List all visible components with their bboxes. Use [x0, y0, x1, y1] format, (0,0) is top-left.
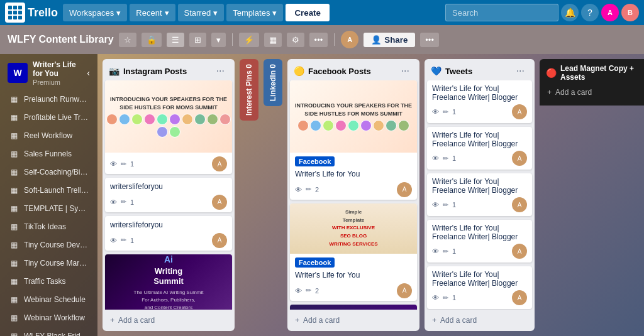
card-facebook-3[interactable]: Ai WritingSummit — [290, 305, 417, 310]
sidebar-item-tinycourse[interactable]: ▦ Tiny Course Development — [3, 236, 95, 254]
sidebar-item-profitable[interactable]: ▦ Profitable Live Training Tasks — [3, 109, 95, 126]
board-icon: ▦ — [9, 258, 19, 268]
card-meta: 👁 ✏ 1 A — [110, 156, 227, 171]
view-list-button[interactable]: ☰ — [167, 33, 184, 47]
sidebar-item-label: WLFY Black Friday SOS — [24, 332, 89, 336]
automation-button[interactable]: ⚙ — [287, 33, 304, 47]
tweet-meta: 👁 ✏ 1 A — [432, 104, 527, 119]
trello-logo-icon — [5, 3, 25, 23]
tweet-card-1[interactable]: Writer's Life for You| Freelance Writer|… — [427, 80, 532, 123]
card-title: writerslifeforyou — [110, 182, 227, 192]
column-vertical-title: LinkedIn 0 — [269, 59, 277, 106]
add-card-button-tweets[interactable]: + Add a card — [427, 312, 532, 328]
card-banner-moms: INTRODUCING YOUR SPEAKERS FOR THESIDE HU… — [105, 80, 232, 153]
plus-icon: + — [110, 316, 114, 325]
more-options-button[interactable]: ••• — [309, 33, 328, 47]
tweet-card-5[interactable]: Writer's Life for You| Freelance Writer|… — [427, 266, 532, 309]
card-facebook-1[interactable]: INTRODUCING YOUR SPEAKERS FOR THESIDE HU… — [290, 80, 417, 200]
speaker-avatar — [194, 114, 206, 125]
card-watch: 👁 — [110, 198, 117, 206]
templates-button[interactable]: Templates ▾ — [226, 4, 283, 21]
column-menu-button[interactable]: ··· — [513, 64, 528, 78]
user-avatar-alt[interactable]: B — [621, 4, 639, 21]
power-button[interactable]: ⚡ — [239, 33, 259, 47]
view-more-button[interactable]: ▾ — [211, 33, 226, 47]
add-card-button-facebook[interactable]: + Add a card — [290, 312, 417, 328]
add-card-inline-leadmagnet[interactable]: + Add a card — [542, 84, 644, 100]
column-body-tweets: Writer's Life for You| Freelance Writer|… — [425, 80, 535, 310]
sidebar-item-blackfriday[interactable]: ▦ WLFY Black Friday SOS — [3, 327, 95, 336]
trello-logo[interactable]: Trello — [5, 3, 58, 23]
card-instagram-3[interactable]: writerslifeforyou 👁 ✏ 1 A — [105, 216, 232, 251]
card-instagram-2[interactable]: writerslifeforyou 👁 ✏ 1 A — [105, 178, 232, 212]
search-input[interactable] — [445, 4, 558, 21]
speaker-avatar — [157, 126, 168, 138]
column-linkedin-vertical[interactable]: LinkedIn 0 — [264, 59, 282, 106]
column-menu-button[interactable]: ··· — [397, 64, 413, 78]
column-facebook: 🟡 Facebook Posts ··· INTRODUCING YOUR SP… — [287, 59, 419, 331]
plus-icon: + — [295, 316, 299, 325]
sidebar-item-webinar[interactable]: ▦ Webinar Schedule — [3, 291, 95, 308]
column-header-tweets: 💙 Tweets ··· — [425, 59, 535, 80]
card-title: Writer's Life for You — [295, 169, 412, 180]
tweet-meta: 👁✏1 A — [432, 151, 527, 166]
sidebar-item-softlaunch[interactable]: ▦ Soft-Launch Trello Board — [3, 182, 95, 199]
card-title: writerslifeforyou — [110, 220, 227, 230]
card-facebook-2[interactable]: SimpleTemplateWITH EXCLUSIVESEO BLOGWRIT… — [290, 203, 417, 301]
add-card-button-instagram[interactable]: + Add a card — [105, 312, 232, 328]
card-count: 1 — [130, 198, 134, 206]
sidebar-item-sales[interactable]: ▦ Sales Funnels — [3, 145, 95, 163]
recent-button[interactable]: Recent ▾ — [130, 4, 175, 21]
share-button[interactable]: 👤 Share — [364, 33, 415, 47]
column-interest-vertical[interactable]: Interest Pins 0 — [240, 59, 258, 121]
sidebar-item-template[interactable]: ▦ TEMPLATE | Systems + Proc... — [3, 200, 95, 217]
card-watch: 👁 — [110, 160, 117, 168]
card-member-avatar: A — [397, 182, 412, 197]
card-member-avatar: A — [212, 233, 227, 248]
sidebar-item-traffic[interactable]: ▦ Traffic Tasks — [3, 273, 95, 290]
speaker-avatar — [119, 114, 130, 125]
tweet-avatar: A — [512, 244, 527, 259]
sidebar-item-selfcoach[interactable]: ▦ Self-Coaching/Big Dream Inc... — [3, 163, 95, 181]
user-avatar[interactable]: A — [601, 4, 619, 21]
sidebar-item-tinymkt[interactable]: ▦ Tiny Course Marketing Planner — [3, 254, 95, 272]
tweet-avatar: A — [512, 151, 527, 166]
card-summit-banner: Ai WritingSummit The Ultimate AI Writing… — [105, 254, 232, 310]
sidebar-item-label: TEMPLATE | Systems + Proc... — [24, 204, 89, 213]
notifications-button[interactable]: 🔔 — [561, 4, 579, 21]
sidebar-collapse-button[interactable]: ‹ — [87, 68, 90, 78]
view-grid-button[interactable]: ⊞ — [189, 33, 206, 47]
sidebar-item-label: Prelaunch Runway Content C... — [24, 95, 89, 104]
sidebar-item-label: Reel Workflow — [24, 131, 72, 140]
help-button[interactable]: ? — [581, 4, 599, 21]
tweet-meta: 👁✏1 A — [432, 244, 527, 259]
top-navigation: Trello Workspaces ▾ Recent ▾ Starred ▾ T… — [0, 0, 644, 25]
workspaces-button[interactable]: Workspaces ▾ — [63, 4, 127, 21]
sidebar-item-prelaunch[interactable]: ▦ Prelaunch Runway Content C... — [3, 90, 95, 108]
eye-icon: 👁 — [432, 154, 439, 162]
board-icon: ▦ — [9, 276, 19, 286]
sidebar-item-webinarwf[interactable]: ▦ Webinar Workflow — [3, 309, 95, 327]
sidebar-item-tiktok[interactable]: ▦ TikTok Ideas — [3, 218, 95, 236]
tweet-card-2[interactable]: Writer's Life for You| Freelance Writer|… — [427, 127, 532, 170]
card-instagram-1[interactable]: INTRODUCING YOUR SPEAKERS FOR THESIDE HU… — [105, 80, 232, 174]
filter-button[interactable]: ▦ — [264, 33, 282, 47]
speaker-avatar — [106, 114, 118, 125]
sidebar-item-reel[interactable]: ▦ Reel Workflow — [3, 127, 95, 144]
board-area: 📷 Instagram Posts ··· INTRODUCING YOUR S… — [97, 54, 644, 336]
card-body: 👁 ✏ 1 A — [105, 153, 232, 174]
star-board-button[interactable]: ☆ — [119, 33, 136, 47]
tweet-meta: 👁✏1 A — [432, 290, 527, 305]
lock-button[interactable]: 🔒 — [142, 33, 162, 47]
column-menu-button[interactable]: ··· — [213, 64, 228, 78]
column-tweets: 💙 Tweets ··· Writer's Life for You| Free… — [425, 59, 535, 331]
tweet-card-4[interactable]: Writer's Life for You| Freelance Writer|… — [427, 220, 532, 263]
tweet-card-3[interactable]: Writer's Life for You| Freelance Writer|… — [427, 173, 532, 216]
column-footer-facebook: + Add a card — [287, 310, 419, 331]
column-header-leadmagnet: 🔴 Lead Magnet Copy + Assets ··· — [540, 59, 644, 84]
board-menu-button[interactable]: ••• — [420, 33, 439, 47]
starred-button[interactable]: Starred ▾ — [178, 4, 225, 21]
edit-icon: ✏ — [443, 154, 448, 163]
card-instagram-4[interactable]: Ai WritingSummit The Ultimate AI Writing… — [105, 254, 232, 310]
create-button[interactable]: Create — [286, 4, 330, 21]
